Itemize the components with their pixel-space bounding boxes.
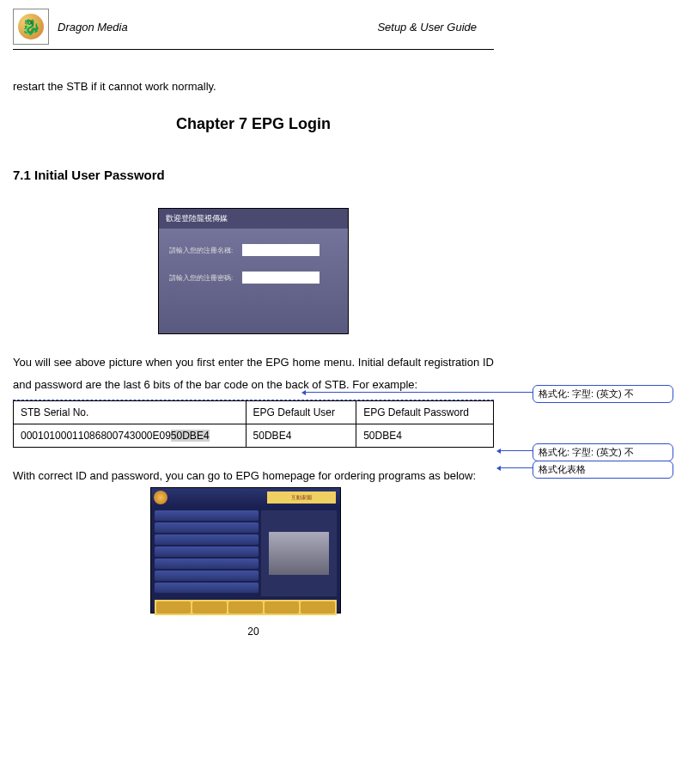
login-username-label: 請輸入您的注冊名稱: bbox=[169, 246, 242, 255]
th-user: EPG Default User bbox=[246, 401, 356, 424]
epg-top-bar: 互動家園 bbox=[151, 488, 340, 507]
page-number: 20 bbox=[13, 626, 494, 638]
epg-nav-button bbox=[192, 601, 227, 614]
brand-logo: 🐉 bbox=[13, 9, 49, 45]
epg-thumbnail bbox=[269, 532, 329, 575]
epg-banner: 互動家園 bbox=[267, 491, 336, 504]
serial-highlight: 50DBE4 bbox=[171, 430, 210, 442]
th-password: EPG Default Password bbox=[356, 401, 494, 424]
credentials-table: STB Serial No. EPG Default User EPG Defa… bbox=[13, 400, 494, 448]
td-user: 50DBE4 bbox=[246, 424, 356, 448]
epg-figure: 互動家園 bbox=[13, 487, 494, 617]
login-password-row: 請輸入您的注冊密碼: bbox=[169, 272, 338, 284]
table-header-row: STB Serial No. EPG Default User EPG Defa… bbox=[14, 401, 494, 424]
chapter-title: Chapter 7 EPG Login bbox=[13, 115, 494, 133]
table-row: 00010100011086800743000E0950DBE4 50DBE4 … bbox=[14, 424, 494, 448]
epg-logo-icon bbox=[154, 491, 167, 504]
td-password: 50DBE4 bbox=[356, 424, 494, 448]
annotation-arrow bbox=[500, 450, 533, 451]
epg-nav-button bbox=[228, 601, 263, 614]
list-item bbox=[155, 510, 259, 521]
epg-screenshot: 互動家園 bbox=[150, 487, 341, 614]
annotation-callout: 格式化表格 bbox=[533, 461, 673, 479]
brand-name: Dragon Media bbox=[58, 21, 377, 34]
annotation-callout: 格式化: 字型: (英文) 不 bbox=[533, 443, 673, 461]
login-username-row: 請輸入您的注冊名稱: bbox=[169, 244, 338, 256]
dragon-icon: 🐉 bbox=[18, 14, 44, 40]
serial-prefix: 00010100011086800743000E09 bbox=[21, 430, 171, 442]
epg-preview bbox=[261, 510, 337, 596]
td-serial: 00010100011086800743000E0950DBE4 bbox=[14, 424, 247, 448]
page-header: 🐉 Dragon Media Setup & User Guide bbox=[13, 9, 494, 50]
epg-menu-list bbox=[155, 510, 259, 596]
epg-bottom-bar bbox=[155, 600, 337, 615]
list-item bbox=[155, 534, 259, 545]
login-figure: 歡迎登陸龍視傳媒 請輸入您的注冊名稱: 請輸入您的注冊密碼: bbox=[13, 208, 494, 334]
annotation-callout: 格式化: 字型: (英文) 不 bbox=[533, 385, 673, 403]
th-serial: STB Serial No. bbox=[14, 401, 247, 424]
list-item bbox=[155, 559, 259, 569]
epg-nav-button bbox=[156, 601, 191, 614]
list-item bbox=[155, 571, 259, 581]
intro-text: restart the STB if it cannot work normal… bbox=[13, 76, 494, 98]
epg-nav-button bbox=[301, 601, 335, 614]
list-item bbox=[155, 546, 259, 557]
annotation-arrow bbox=[305, 392, 533, 393]
paragraph-2: With correct ID and password, you can go… bbox=[13, 465, 494, 487]
login-window-title: 歡迎登陸龍視傳媒 bbox=[159, 209, 348, 229]
list-item bbox=[155, 583, 259, 593]
doc-title: Setup & User Guide bbox=[377, 21, 477, 34]
login-screenshot: 歡迎登陸龍視傳媒 請輸入您的注冊名稱: 請輸入您的注冊密碼: bbox=[158, 208, 349, 334]
paragraph-1: You will see above picture when you firs… bbox=[13, 351, 494, 400]
epg-nav-button bbox=[265, 601, 299, 614]
login-password-input bbox=[242, 272, 320, 284]
annotation-arrow bbox=[500, 467, 533, 468]
login-password-label: 請輸入您的注冊密碼: bbox=[169, 273, 242, 283]
login-username-input bbox=[242, 244, 320, 256]
epg-body bbox=[151, 507, 340, 600]
section-title: 7.1 Initial User Password bbox=[13, 168, 494, 182]
list-item bbox=[155, 522, 259, 533]
